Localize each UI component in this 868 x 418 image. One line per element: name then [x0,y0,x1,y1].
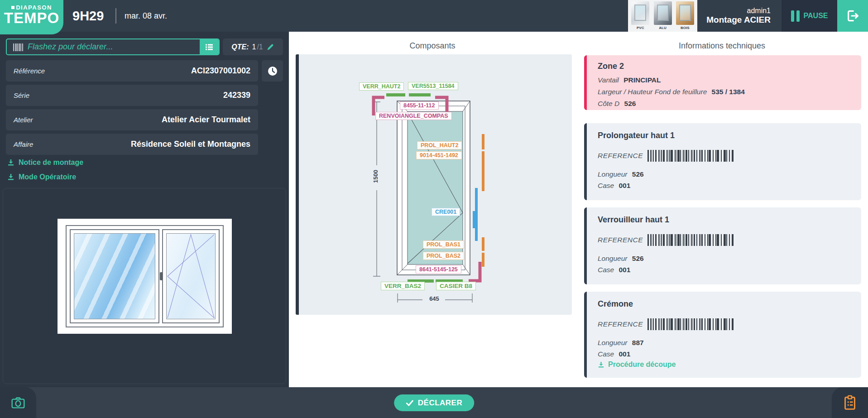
quantity-label: QTE: [231,43,249,51]
pencil-icon [266,43,274,51]
clipboard-icon [843,395,857,410]
link-label: Notice de montage [19,159,83,167]
quantity-total: /1 [257,43,263,51]
download-icon [7,173,14,181]
longueur-row: Longueur 526 [598,253,850,264]
mode-operatoire-link[interactable]: Mode Opératoire [7,173,76,181]
info-value: Résidence Soleil et Montagnes [131,139,250,149]
quantity-current: 1 [252,43,256,51]
component-label-prol-haut2: PROL_HAUT2 [417,141,462,149]
card-title: Prolongateur haut 1 [598,131,850,140]
info-row-atelier: Atelier Atelier Acier Tourmalet [6,109,258,130]
opening-symbol-icon [167,234,215,319]
info-row-serie: Série 242339 [6,85,258,106]
clock-date: mar. 08 avr. [125,0,167,32]
component-card-cremone: Crémone REFERENCE Longueur 887 Case 001 [584,292,861,378]
window-frame [66,225,224,327]
info-value: ACI2307001002 [191,66,250,76]
reference-row: REFERENCE [598,150,850,162]
component-label-verr-haut2: VERR_HAUT2 [359,82,404,91]
material-selector: PVC ALU BOIS [628,0,697,32]
window-sash-left [70,229,159,323]
quantity-panel: QTE: 1 /1 [223,38,283,55]
header: 9H29 mar. 08 avr. PVC ALU BOIS admin1 Mo… [0,0,868,32]
component-label-8641: 8641-5145-125 [416,265,461,274]
user-block: admin1 Montage ACIER [697,0,775,32]
logout-button[interactable] [837,0,868,32]
zone-card: Zone 2 Vantail PRINCIPAL Largeur / Haute… [584,55,861,110]
info-label: Référence [14,67,45,75]
procedure-decoupe-link[interactable]: Procédure découpe [598,360,850,369]
camera-icon [11,395,25,410]
download-icon [598,361,604,368]
sidebar: QTE: 1 /1 Référence ACI2307001002 Série … [0,32,289,387]
user-station: Montage ACIER [706,15,771,25]
window-glass-left [74,233,155,319]
longueur-row: Longueur 887 [598,337,850,348]
zone-row-cote-d: Côte D 526 [598,99,850,108]
zone-row-vantail: Vantail PRINCIPAL [598,75,850,85]
info-label: Atelier [14,116,33,124]
app-logo: DIAPASON TEMPO [0,0,63,34]
pvc-thumbnail-icon [631,1,649,25]
scan-field-wrap [6,38,220,55]
component-label-prol-bas2: PROL_BAS2 [423,252,464,260]
material-pvc[interactable]: PVC [630,1,650,30]
case-row: Case 001 [598,349,850,359]
info-row-reference: Référence ACI2307001002 [6,60,258,82]
quantity-edit-button[interactable] [266,43,274,51]
info-value: 242339 [223,91,250,100]
components-diagram: VERR_HAUT2 VER5513_11584 8455-11-112 REN… [296,54,572,315]
barcode-image [647,150,734,162]
info-row-affaire: Affaire Résidence Soleil et Montagnes [6,134,258,155]
check-icon [406,400,413,406]
info-label: Affaire [14,140,33,148]
window-handle [160,272,163,280]
logo-mark-icon [11,6,14,9]
component-card-verrouilleur: Verrouilleur haut 1 REFERENCE Longueur 5… [584,207,861,284]
longueur-row: Longueur 526 [598,169,850,179]
bottom-bar: DÉCLARER [0,387,868,418]
technical-info-panel: Informations techniques Zone 2 Vantail P… [576,32,868,387]
pause-button[interactable]: PAUSE [782,0,837,32]
pause-label: PAUSE [804,12,828,20]
component-label-renvoiangle: RENVOIANGLE_COMPAS [375,112,452,120]
camera-button[interactable] [0,387,36,418]
components-panel: Composants [289,32,576,387]
clock-icon [267,66,278,77]
logo-line2: TEMPO [0,10,63,27]
component-label-8455: 8455-11-112 [400,101,439,110]
notice-montage-link[interactable]: Notice de montage [7,159,83,167]
material-label: ALU [659,26,666,30]
scan-input[interactable] [7,39,200,54]
diagram-linework [296,54,572,315]
download-icon [7,159,14,166]
material-bois[interactable]: BOIS [675,1,695,30]
window-glass-right [166,233,216,319]
component-label-ver5513: VER5513_11584 [408,82,458,90]
case-row: Case 001 [598,264,850,275]
clock-time: 9H29 [72,0,104,32]
card-title: Crémone [598,299,850,309]
material-alu[interactable]: ALU [653,1,673,30]
history-button[interactable] [262,60,283,82]
case-row: Case 001 [598,180,850,191]
dimension-width: 645 [425,295,443,302]
component-card-prolongateur: Prolongateur haut 1 REFERENCE Longueur 5… [584,123,861,200]
pause-icon [791,10,800,22]
user-name: admin1 [747,7,771,15]
dimension-height: 1500 [372,163,379,190]
barcode-image [647,318,734,330]
technical-info-title: Informations techniques [576,41,868,51]
work-order-button[interactable] [832,387,868,418]
declare-button[interactable]: DÉCLARER [394,394,474,411]
card-title: Verrouilleur haut 1 [598,215,850,225]
material-label: BOIS [681,26,690,30]
scan-list-button[interactable] [200,39,219,54]
declare-label: DÉCLARER [418,399,462,408]
link-label: Mode Opératoire [19,173,76,181]
components-title: Composants [289,41,576,51]
zone-row-largeur-hauteur: Largeur / Hauteur Fond de feuillure 535 … [598,87,850,96]
material-label: PVC [637,26,644,30]
logout-icon [845,9,860,23]
